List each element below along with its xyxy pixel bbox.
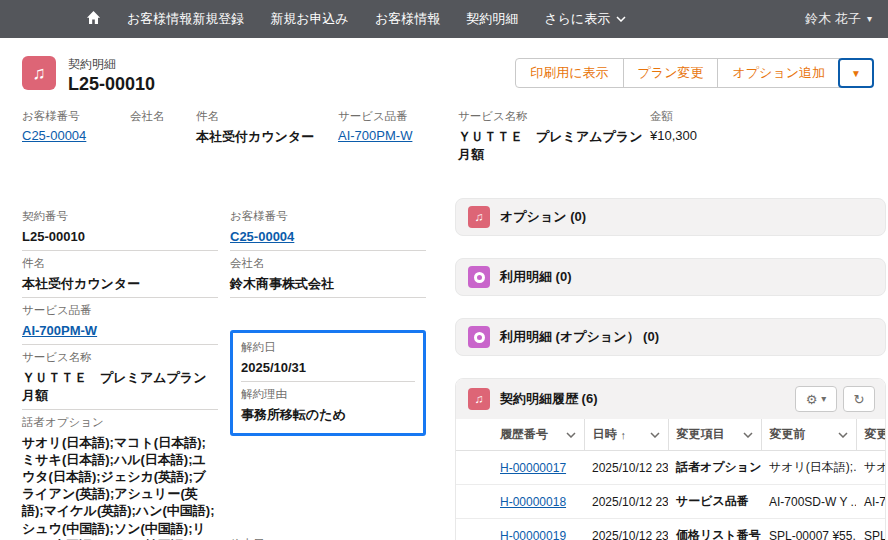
nav-item-contract-detail[interactable]: 契約明細 <box>466 10 518 28</box>
more-actions-button[interactable]: ▼ <box>838 58 874 88</box>
summary-field-amount: 金額 ¥10,300 <box>650 109 866 164</box>
summary-field-subject: 件名 本社受付カウンター <box>196 109 338 164</box>
summary-field-company-name: 会社名 <box>130 109 196 164</box>
nav-item-new-customer[interactable]: お客様情報新規登録 <box>127 10 244 28</box>
related-card-options[interactable]: ♫ オプション (0) <box>455 198 886 236</box>
highlighted-fields-box: 解約日 2025/10/31 解約理由 事務所移転のため <box>230 330 426 435</box>
chevron-down-icon[interactable] <box>566 432 576 438</box>
nav-item-new-application[interactable]: 新規お申込み <box>270 10 349 28</box>
service-item-link[interactable]: AI-700PM-W <box>22 323 97 338</box>
history-datetime: 2025/10/12 23:... <box>584 519 668 540</box>
related-card-usage-detail[interactable]: 利用明細 (0) <box>455 258 886 296</box>
history-datetime: 2025/10/12 23:... <box>584 485 668 519</box>
column-header-after-value[interactable]: 変更後 <box>856 419 886 451</box>
field-service-name: サービス名称 ＹＵＴＴＥ プレミアムプラン 月額 <box>22 345 218 409</box>
user-name: 鈴木 花子 <box>805 10 861 28</box>
history-before-value: サオリ(日本語);... <box>761 451 856 485</box>
options-record-icon: ♫ <box>468 206 490 228</box>
chevron-down-icon[interactable] <box>743 432 753 438</box>
field-company-name: 会社名 鈴木商事株式会社 <box>230 251 426 298</box>
gear-icon: ⚙ <box>806 392 818 407</box>
history-table-header-row: 履歴番号 日時 ↑ 変更項目 変更前 <box>456 419 886 451</box>
usage-detail-record-icon <box>468 266 490 288</box>
history-record-icon: ♫ <box>468 388 490 410</box>
user-menu[interactable]: 鈴木 花子 ▾ <box>805 10 872 28</box>
circle-icon <box>474 332 485 343</box>
history-before-value: AI-700SD-W Y ... <box>761 485 856 519</box>
history-before-value: SPL-00007 ¥55... <box>761 519 856 540</box>
column-header-datetime[interactable]: 日時 ↑ <box>584 419 668 451</box>
summary-field-service-item-number: サービス品番 AI-700PM-W <box>338 109 458 164</box>
entity-label: 契約明細 <box>68 56 155 73</box>
contract-detail-record-icon: ♫ <box>22 56 56 90</box>
nav-item-customer-info[interactable]: お客様情報 <box>375 10 440 28</box>
music-note-icon: ♫ <box>475 392 484 406</box>
music-note-icon: ♫ <box>32 63 46 84</box>
table-row: H-00000017 2025/10/12 23:... 話者オプション サオリ… <box>456 451 886 485</box>
add-option-button[interactable]: オプション追加 <box>717 58 840 88</box>
list-settings-button[interactable]: ⚙ ▾ <box>795 386 837 412</box>
table-row: H-00000019 2025/10/12 23:... 価格リスト番号 SPL… <box>456 519 886 540</box>
chevron-down-icon: ▾ <box>821 394 826 404</box>
field-cancellation-date: 解約日 2025/10/31 <box>241 335 415 382</box>
chevron-down-icon <box>616 16 626 22</box>
field-customer-number: お客様番号 C25-00004 <box>230 204 426 251</box>
contract-history-header: ♫ 契約明細履歴 (6) ⚙ ▾ ↻ <box>456 379 885 419</box>
chevron-down-icon: ▾ <box>867 14 872 24</box>
history-after-value: サオリ(日 <box>856 451 886 485</box>
chevron-down-icon[interactable] <box>838 432 848 438</box>
field-service-item-number: サービス品番 AI-700PM-W <box>22 298 218 345</box>
history-after-value: AI-700P <box>856 485 886 519</box>
history-datetime: 2025/10/12 23:... <box>584 451 668 485</box>
column-header-changed-field[interactable]: 変更項目 <box>668 419 761 451</box>
history-table: 履歴番号 日時 ↑ 変更項目 変更前 <box>456 419 886 540</box>
record-detail-panel: 契約番号 L25-00010 件名 本社受付カウンター サービス品番 AI-70… <box>22 204 427 540</box>
history-changed-field: 話者オプション <box>668 451 761 485</box>
customer-number-link[interactable]: C25-00004 <box>230 229 294 244</box>
plan-change-button[interactable]: プラン変更 <box>623 58 719 88</box>
service-item-link[interactable]: AI-700PM-W <box>338 128 412 143</box>
usage-detail-record-icon <box>468 326 490 348</box>
action-button-group: 印刷用に表示 プラン変更 オプション追加 ▼ <box>515 58 874 88</box>
history-record-link[interactable]: H-00000018 <box>500 495 566 509</box>
field-cancellation-reason: 解約理由 事務所移転のため <box>241 382 415 428</box>
printable-view-button[interactable]: 印刷用に表示 <box>515 58 623 88</box>
history-changed-field: 価格リスト番号 <box>668 519 761 540</box>
history-changed-field: サービス品番 <box>668 485 761 519</box>
page-title: L25-00010 <box>68 74 155 95</box>
field-stop-date: 停止日 <box>230 532 426 540</box>
history-title: 契約明細履歴 (6) <box>500 390 598 408</box>
table-row: H-00000018 2025/10/12 23:... サービス品番 AI-7… <box>456 485 886 519</box>
history-record-link[interactable]: H-00000019 <box>500 529 566 540</box>
related-lists-panel: ♫ オプション (0) 利用明細 (0) 利用明細 (オプション） (0) ♫ … <box>455 198 886 540</box>
field-subject: 件名 本社受付カウンター <box>22 251 218 298</box>
music-note-icon: ♫ <box>475 210 484 224</box>
field-contract-number: 契約番号 L25-00010 <box>22 204 218 251</box>
history-after-value: SPL-000 <box>856 519 886 540</box>
contract-history-card: ♫ 契約明細履歴 (6) ⚙ ▾ ↻ <box>455 378 886 540</box>
nav-item-show-more[interactable]: さらに表示 <box>544 10 626 28</box>
record-header: ♫ 契約明細 L25-00010 印刷用に表示 プラン変更 オプション追加 ▼ <box>0 38 888 101</box>
dropdown-arrow-icon: ▼ <box>851 68 861 79</box>
summary-field-service-name: サービス名称 ＹＵＴＴＥ プレミアムプラン 月額 <box>458 109 650 164</box>
customer-number-link[interactable]: C25-00004 <box>22 128 86 143</box>
highlights-panel: お客様番号 C25-00004 会社名 件名 本社受付カウンター サービス品番 … <box>0 101 888 178</box>
field-speaker-options: 話者オプション サオリ(日本語);マコト(日本語);ミサキ(日本語);ハル(日本… <box>22 410 218 540</box>
circle-icon <box>474 272 485 283</box>
global-nav: お客様情報新規登録 新規お申込み お客様情報 契約明細 さらに表示 鈴木 花子 … <box>0 0 888 38</box>
row-number-column-header <box>456 419 492 451</box>
home-icon[interactable] <box>86 10 101 28</box>
sort-ascending-icon: ↑ <box>621 429 627 441</box>
history-record-link[interactable]: H-00000017 <box>500 461 566 475</box>
chevron-down-icon[interactable] <box>650 432 660 438</box>
column-header-history-number[interactable]: 履歴番号 <box>492 419 584 451</box>
related-card-usage-detail-option[interactable]: 利用明細 (オプション） (0) <box>455 318 886 356</box>
summary-field-customer-number: お客様番号 C25-00004 <box>22 109 130 164</box>
refresh-button[interactable]: ↻ <box>843 386 875 412</box>
column-header-before-value[interactable]: 変更前 <box>761 419 856 451</box>
refresh-icon: ↻ <box>854 392 865 407</box>
